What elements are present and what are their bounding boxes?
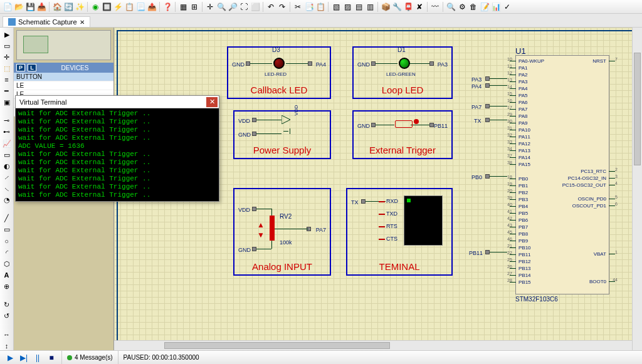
line-icon[interactable]: ╱ xyxy=(2,214,12,223)
component-icon[interactable]: ▭ xyxy=(2,41,12,50)
rotccw-icon[interactable]: ↺ xyxy=(2,312,12,321)
snap-icon[interactable]: ⊞ xyxy=(189,2,199,12)
grid-icon[interactable]: ▦ xyxy=(178,2,188,12)
close-icon[interactable]: ✕ xyxy=(206,97,218,107)
new-icon[interactable]: 📄 xyxy=(3,2,13,12)
pointer-icon[interactable]: ▶ xyxy=(2,30,12,39)
tool-sidebar: ▶ ▭ ✛ ⬚ ≡ ━ ▣ ⊸ ⊷ 📈 ▭ ◐ ⟋ ⟍ ◔ ╱ ▭ ○ ◜ ⬡ … xyxy=(0,28,14,350)
device-item[interactable]: LE xyxy=(14,81,113,90)
target-icon[interactable]: ✛ xyxy=(205,2,215,12)
package-icon[interactable]: 📮 xyxy=(403,2,413,12)
tab-schematic[interactable]: Schematic Capture ✕ xyxy=(3,16,90,27)
probe-v-icon[interactable]: ⟋ xyxy=(2,173,12,182)
save-icon[interactable]: 💾 xyxy=(25,2,35,12)
chip-icon[interactable]: 🔲 xyxy=(102,2,112,12)
zoomout-icon[interactable]: 🔎 xyxy=(228,2,238,12)
zoomin-icon[interactable]: 🔍 xyxy=(216,2,226,12)
pin-tx: TX xyxy=(351,199,359,205)
block3-icon[interactable]: ▤ xyxy=(354,2,364,12)
zoomarea-icon[interactable]: ⬜ xyxy=(250,2,260,12)
block4-icon[interactable]: ▥ xyxy=(365,2,375,12)
rotcw-icon[interactable]: ↻ xyxy=(2,301,12,309)
pin-gnd: GND xyxy=(238,247,251,253)
block-loop-led[interactable]: D1 GND PA3 LED-GREEN Loop LED xyxy=(352,46,453,99)
bom-icon[interactable]: 📊 xyxy=(491,2,501,12)
circle-icon[interactable]: ○ xyxy=(2,237,12,246)
block-terminal[interactable]: TX RXD TXD RTS CTS TEMINAL xyxy=(346,188,453,276)
instrument-icon[interactable]: ◔ xyxy=(2,196,12,205)
redo-icon[interactable]: ↷ xyxy=(277,2,287,12)
junction-icon[interactable]: ✛ xyxy=(2,53,12,61)
arc-icon[interactable]: ◜ xyxy=(2,248,12,257)
potentiometer-icon[interactable] xyxy=(270,216,275,241)
erc-icon[interactable]: ✓ xyxy=(502,2,512,12)
text2-icon[interactable]: A xyxy=(2,271,12,279)
button-icon[interactable] xyxy=(395,120,413,128)
paste-icon[interactable]: 📋 xyxy=(315,2,325,12)
lib-button[interactable]: L xyxy=(28,64,36,71)
stop-icon[interactable]: ■ xyxy=(46,353,56,363)
wire-icon[interactable]: 〰 xyxy=(430,2,440,12)
mcu-component[interactable]: 10PA0-WKUP11PA112PA213PA314PA415PA516PA6… xyxy=(515,55,609,294)
help-icon[interactable]: ❓ xyxy=(162,2,172,12)
block-external-trigger[interactable]: GND PB11 External Trigger xyxy=(352,110,453,159)
generator-icon[interactable]: ◐ xyxy=(2,162,12,170)
graph-icon[interactable]: 📈 xyxy=(2,139,12,148)
generate-icon[interactable]: ✨ xyxy=(75,2,85,12)
open-icon[interactable]: 📂 xyxy=(14,2,24,12)
block2-icon[interactable]: ▨ xyxy=(342,2,352,12)
home-icon[interactable]: 🏠 xyxy=(52,2,62,12)
rect-icon[interactable]: ▭ xyxy=(2,226,12,234)
pause-icon[interactable]: || xyxy=(33,353,43,363)
play-icon[interactable]: ▶ xyxy=(5,353,15,363)
zoomfit-icon[interactable]: ⛶ xyxy=(239,2,249,12)
symbol-icon[interactable]: ⊕ xyxy=(2,282,12,291)
probe-i-icon[interactable]: ⟍ xyxy=(2,184,12,193)
decompose-icon[interactable]: ✘ xyxy=(414,2,424,12)
block-icon[interactable]: ▧ xyxy=(331,2,341,12)
poly-icon[interactable]: ⬡ xyxy=(2,259,12,268)
export-icon[interactable]: 📤 xyxy=(147,2,157,12)
messages-status[interactable]: 4 Message(s) xyxy=(61,351,118,364)
horizontal-scrollbar[interactable] xyxy=(114,340,632,350)
step-icon[interactable]: ▶| xyxy=(19,353,29,363)
close-icon[interactable]: ✕ xyxy=(80,19,85,26)
label-icon[interactable]: ⬚ xyxy=(2,64,12,73)
pin-icon[interactable]: ⊷ xyxy=(2,128,12,137)
tape-icon[interactable]: ▭ xyxy=(2,150,12,159)
cut-icon[interactable]: ✂ xyxy=(293,2,303,12)
pick-button[interactable]: P xyxy=(16,64,25,71)
block-callback-led[interactable]: D3 GND PA4 LED-RED Callback LED xyxy=(227,46,331,99)
part-icon[interactable]: ◉ xyxy=(90,2,100,12)
undo-icon[interactable]: ↶ xyxy=(266,2,276,12)
pot-up-icon[interactable]: ▲ xyxy=(257,221,265,229)
vterm-titlebar[interactable]: Virtual Terminal ✕ xyxy=(16,96,219,108)
bus-icon[interactable]: ━ xyxy=(2,87,12,96)
vertical-scrollbar[interactable] xyxy=(632,28,642,350)
list-icon[interactable]: 📃 xyxy=(135,2,145,12)
make-icon[interactable]: 🔧 xyxy=(392,2,402,12)
refresh-icon[interactable]: 🔄 xyxy=(63,2,73,12)
minimap-viewport[interactable] xyxy=(23,36,48,53)
device-item[interactable]: BUTTON xyxy=(14,73,113,81)
pick-icon[interactable]: 📦 xyxy=(381,2,391,12)
prop2-icon[interactable]: 📝 xyxy=(480,2,490,12)
fliph-icon[interactable]: ↔ xyxy=(2,330,12,339)
del-icon[interactable]: 🗑 xyxy=(468,2,478,12)
doc-icon[interactable]: 📋 xyxy=(124,2,134,12)
import-icon[interactable]: 📥 xyxy=(36,2,46,12)
terminal-icon xyxy=(308,61,312,66)
pot-down-icon[interactable]: ▼ xyxy=(257,231,265,239)
prop-icon[interactable]: ⚙ xyxy=(457,2,467,12)
text-icon[interactable]: ≡ xyxy=(2,75,12,84)
virtual-terminal-window[interactable]: Virtual Terminal ✕ wait for ADC External… xyxy=(15,95,219,202)
find-icon[interactable]: 🔍 xyxy=(446,2,456,12)
bolt-icon[interactable]: ⚡ xyxy=(113,2,123,12)
copy-icon[interactable]: 📑 xyxy=(304,2,314,12)
subckt-icon[interactable]: ▣ xyxy=(2,98,12,107)
flipv-icon[interactable]: ↕ xyxy=(2,341,12,350)
minimap[interactable] xyxy=(16,30,111,60)
terminal-icon[interactable]: ⊸ xyxy=(2,117,12,125)
block-power-supply[interactable]: VDD GND VDD Power Supply xyxy=(233,110,331,159)
block-analog-input[interactable]: VDD GND PA7 ▲ ▼ RV2 100k Analog INPUT xyxy=(233,188,331,276)
